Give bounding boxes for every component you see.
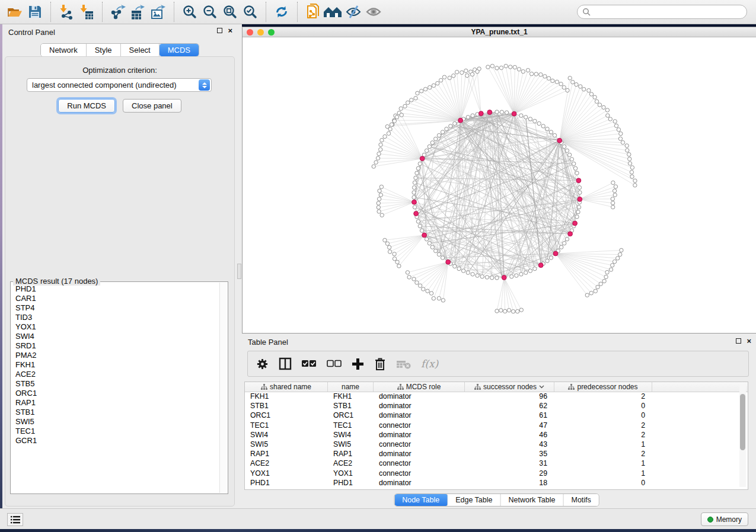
network-node[interactable] <box>627 153 631 156</box>
mcds-node[interactable] <box>502 275 506 280</box>
network-node[interactable] <box>608 117 612 121</box>
table-row[interactable]: ORC1ORC1dominator610 <box>245 411 748 421</box>
network-node[interactable] <box>374 161 378 164</box>
table-row[interactable]: YOX1YOX1connector291 <box>245 469 748 479</box>
tab-select[interactable]: Select <box>121 44 160 56</box>
network-node[interactable] <box>533 119 537 123</box>
network-node[interactable] <box>519 308 523 312</box>
network-node[interactable] <box>432 84 435 87</box>
column-header-name[interactable]: name <box>328 382 374 392</box>
network-node[interactable] <box>551 79 554 82</box>
network-node[interactable] <box>589 291 593 295</box>
result-list-scrollbar[interactable] <box>219 283 227 493</box>
network-node[interactable] <box>407 275 411 279</box>
network-node[interactable] <box>534 72 538 76</box>
tab-node-table[interactable]: Node Table <box>394 494 448 506</box>
network-node[interactable] <box>628 157 631 161</box>
network-node[interactable] <box>613 189 616 193</box>
table-scrollbar[interactable] <box>739 384 746 487</box>
mcds-result-item[interactable]: ACE2 <box>13 370 218 379</box>
network-node[interactable] <box>533 267 537 270</box>
network-node[interactable] <box>519 273 523 276</box>
network-node[interactable] <box>416 220 420 223</box>
network-node[interactable] <box>430 245 434 249</box>
network-node[interactable] <box>428 241 431 245</box>
table-row[interactable]: SWI4SWI4dominator462 <box>245 431 748 440</box>
network-node[interactable] <box>453 264 457 268</box>
network-node[interactable] <box>449 124 452 128</box>
network-node[interactable] <box>388 250 391 254</box>
network-node[interactable] <box>412 277 416 281</box>
network-node[interactable] <box>633 184 637 187</box>
network-node[interactable] <box>471 114 474 117</box>
mcds-node[interactable] <box>420 156 425 161</box>
network-node[interactable] <box>490 64 494 68</box>
zoom-out-icon[interactable] <box>200 2 220 21</box>
network-node[interactable] <box>565 238 569 241</box>
import-table-icon[interactable] <box>76 2 97 21</box>
search-input[interactable] <box>591 8 733 16</box>
toolbar-search[interactable] <box>577 5 747 19</box>
tab-style[interactable]: Style <box>87 44 121 56</box>
run-mcds-button[interactable]: Run MCDS <box>58 99 115 113</box>
network-node[interactable] <box>377 206 380 209</box>
network-node[interactable] <box>465 73 469 77</box>
network-node[interactable] <box>626 149 629 152</box>
network-node[interactable] <box>604 275 608 278</box>
tab-network-table[interactable]: Network Table <box>501 494 564 506</box>
network-node[interactable] <box>500 110 503 114</box>
network-node[interactable] <box>416 91 419 95</box>
network-node[interactable] <box>575 83 578 86</box>
network-node[interactable] <box>380 138 384 142</box>
network-node[interactable] <box>406 271 409 274</box>
network-node[interactable] <box>618 252 622 256</box>
network-node[interactable] <box>460 70 464 74</box>
network-node[interactable] <box>412 191 416 194</box>
network-node[interactable] <box>379 193 382 197</box>
network-node[interactable] <box>452 74 455 78</box>
network-node[interactable] <box>611 264 614 267</box>
network-node[interactable] <box>423 87 427 91</box>
network-node[interactable] <box>383 238 387 242</box>
delete-columns-icon[interactable] <box>374 357 386 371</box>
network-node[interactable] <box>563 145 566 148</box>
table-row[interactable]: STB1STB1dominator620 <box>245 402 748 411</box>
network-node[interactable] <box>546 127 549 131</box>
network-node[interactable] <box>521 70 525 73</box>
mcds-result-item[interactable]: STP4 <box>13 303 218 313</box>
network-node[interactable] <box>541 124 545 128</box>
network-node[interactable] <box>393 119 396 123</box>
network-node[interactable] <box>573 166 577 170</box>
network-node[interactable] <box>528 117 532 121</box>
network-node[interactable] <box>606 114 610 117</box>
network-node[interactable] <box>620 248 623 252</box>
network-node[interactable] <box>614 185 617 188</box>
network-node[interactable] <box>377 197 381 201</box>
network-node[interactable] <box>507 309 511 312</box>
network-node[interactable] <box>509 65 512 69</box>
mcds-result-item[interactable]: SWI4 <box>13 332 218 341</box>
network-node[interactable] <box>383 134 387 138</box>
network-node[interactable] <box>546 259 549 262</box>
network-node[interactable] <box>529 72 533 76</box>
mcds-node[interactable] <box>479 111 483 116</box>
network-node[interactable] <box>499 66 503 69</box>
network-node[interactable] <box>412 185 416 189</box>
network-node[interactable] <box>414 176 417 180</box>
mcds-result-item[interactable]: GCR1 <box>13 436 218 446</box>
mcds-node[interactable] <box>512 111 516 116</box>
network-node[interactable] <box>582 88 586 91</box>
network-node[interactable] <box>437 133 441 137</box>
mcds-node[interactable] <box>557 138 562 143</box>
network-node[interactable] <box>385 242 389 245</box>
network-node[interactable] <box>436 81 439 85</box>
network-node[interactable] <box>377 152 381 155</box>
network-node[interactable] <box>613 193 617 197</box>
network-node[interactable] <box>376 156 379 160</box>
network-node[interactable] <box>426 289 429 293</box>
network-node[interactable] <box>378 189 381 193</box>
network-node[interactable] <box>395 260 399 264</box>
mcds-node[interactable] <box>568 232 573 236</box>
optimization-criterion-select[interactable]: largest connected component (undirected) <box>27 78 212 92</box>
network-node[interactable] <box>537 121 541 125</box>
